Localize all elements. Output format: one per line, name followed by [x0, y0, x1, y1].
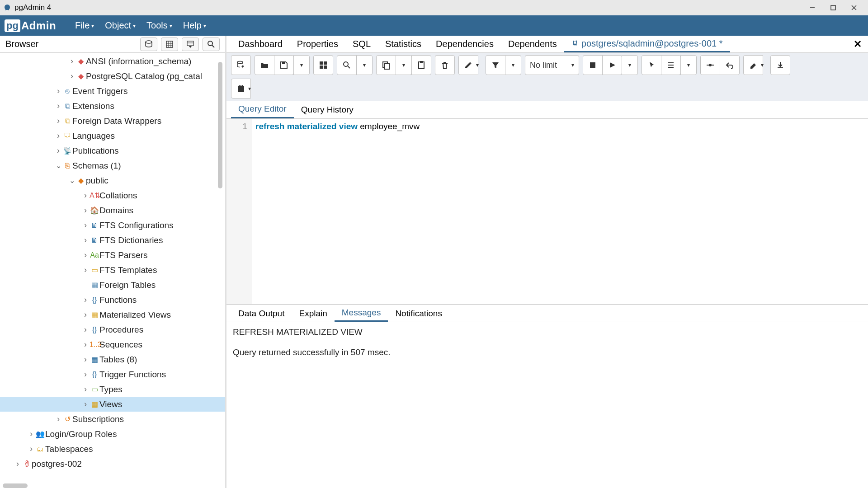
- tree-caret-closed[interactable]: [81, 191, 90, 200]
- tree-node[interactable]: {}Functions: [0, 292, 225, 307]
- search-objects-button[interactable]: [203, 38, 220, 51]
- tree-node[interactable]: 🏠Domains: [0, 203, 225, 218]
- tree-node[interactable]: ⎘Schemas (1): [0, 158, 225, 173]
- tree-node[interactable]: ◆PostgreSQL Catalog (pg_catal: [0, 69, 225, 84]
- tree-caret-closed[interactable]: [81, 385, 90, 394]
- tree-node[interactable]: AaFTS Parsers: [0, 248, 225, 263]
- tree-node[interactable]: ⧉Foreign Data Wrappers: [0, 113, 225, 128]
- edit-dropdown[interactable]: ▾: [473, 55, 482, 75]
- filter-dropdown[interactable]: ▾: [505, 55, 521, 75]
- tab-query-history[interactable]: Query History: [294, 101, 361, 118]
- tree-node[interactable]: {}Procedures: [0, 322, 225, 337]
- menu-tools[interactable]: Tools▾: [141, 15, 178, 36]
- menu-object[interactable]: Object▾: [99, 15, 141, 36]
- tree-caret-closed[interactable]: [81, 235, 90, 245]
- menu-help[interactable]: Help▾: [178, 15, 212, 36]
- tree-caret-closed[interactable]: [27, 444, 35, 454]
- edit-grid-button[interactable]: [313, 55, 333, 75]
- tab-dependencies[interactable]: Dependencies: [429, 36, 501, 52]
- tab-dashboard[interactable]: Dashboard: [231, 36, 290, 52]
- tree-caret-closed[interactable]: [81, 221, 90, 230]
- tab-sql[interactable]: SQL: [345, 36, 378, 52]
- filter-rows-button[interactable]: [182, 38, 199, 51]
- tree-caret-open[interactable]: [68, 176, 76, 185]
- tree-caret-closed[interactable]: [68, 56, 76, 66]
- copy-dropdown[interactable]: ▾: [396, 55, 412, 75]
- copy-button[interactable]: [376, 55, 396, 75]
- commit-button[interactable]: [700, 55, 720, 75]
- tree-caret-closed[interactable]: [81, 265, 90, 275]
- tree-node[interactable]: 👥Login/Group Roles: [0, 427, 225, 441]
- tree-caret-closed[interactable]: [81, 206, 90, 215]
- tree-caret-closed[interactable]: [81, 399, 90, 409]
- tab-data-output[interactable]: Data Output: [231, 305, 292, 322]
- tree-caret-closed[interactable]: [68, 71, 76, 81]
- tree-node[interactable]: ▦Tables (8): [0, 352, 225, 367]
- open-query-button[interactable]: [231, 55, 251, 75]
- tree-caret-closed[interactable]: [81, 370, 90, 379]
- rollback-button[interactable]: [720, 55, 740, 75]
- close-button[interactable]: [844, 0, 864, 15]
- find-dropdown[interactable]: ▾: [356, 55, 373, 75]
- delete-row-button[interactable]: [435, 55, 455, 75]
- editor-content[interactable]: refresh materialized view employee_mvw: [252, 119, 868, 304]
- tree-node[interactable]: ⧉Extensions: [0, 99, 225, 113]
- execute-dropdown[interactable]: ▾: [622, 55, 638, 75]
- open-file-button[interactable]: [255, 55, 274, 75]
- tree-node[interactable]: ▭FTS Templates: [0, 263, 225, 277]
- tree-node[interactable]: ◆ANSI (information_schema): [0, 54, 225, 69]
- stop-button[interactable]: [583, 55, 603, 75]
- tab-statistics[interactable]: Statistics: [378, 36, 429, 52]
- maximize-button[interactable]: [823, 0, 844, 15]
- view-data-button[interactable]: [161, 38, 178, 51]
- menu-file[interactable]: File▾: [70, 15, 99, 36]
- execute-button[interactable]: [602, 55, 622, 75]
- tree-caret-closed[interactable]: [27, 429, 35, 439]
- tree-caret-closed[interactable]: [81, 340, 90, 349]
- paste-button[interactable]: [411, 55, 431, 75]
- tree-node[interactable]: ⎋Event Triggers: [0, 84, 225, 99]
- tree-caret-closed[interactable]: [81, 310, 90, 319]
- tree-node[interactable]: 📡Publications: [0, 143, 225, 158]
- tree-node[interactable]: ↺Subscriptions: [0, 412, 225, 427]
- tab-close-button[interactable]: ✕: [847, 38, 868, 50]
- tree-node[interactable]: ▦Foreign Tables: [0, 277, 225, 292]
- tab-properties[interactable]: Properties: [290, 36, 345, 52]
- save-file-dropdown[interactable]: ▾: [293, 55, 310, 75]
- tree-caret-closed[interactable]: [81, 250, 90, 260]
- filter-button[interactable]: [486, 55, 505, 75]
- tree-node[interactable]: 🗨Languages: [0, 128, 225, 143]
- tree-node[interactable]: 🗎FTS Dictionaries: [0, 233, 225, 248]
- explain-button[interactable]: [642, 55, 661, 75]
- tree-caret-closed[interactable]: [54, 116, 62, 126]
- row-limit-select[interactable]: No limit▾: [525, 55, 579, 75]
- save-file-button[interactable]: [274, 55, 294, 75]
- tab-notifications[interactable]: Notifications: [388, 305, 449, 322]
- tree-scrollbar-thumb[interactable]: [218, 62, 222, 188]
- tree-caret-closed[interactable]: [54, 146, 62, 155]
- tree-node[interactable]: A⇅Collations: [0, 188, 225, 203]
- explain-dropdown[interactable]: ▾: [680, 55, 697, 75]
- tree-caret-closed[interactable]: [14, 459, 22, 469]
- tree-caret-closed[interactable]: [54, 131, 62, 141]
- explain-analyze-button[interactable]: [661, 55, 681, 75]
- tree-caret-closed[interactable]: [54, 86, 62, 96]
- tree-caret-open[interactable]: [54, 161, 62, 170]
- tree-node[interactable]: ◆public: [0, 173, 225, 188]
- tree-caret-closed[interactable]: [81, 295, 90, 305]
- tree-caret-closed[interactable]: [54, 101, 62, 111]
- download-button[interactable]: [770, 55, 790, 75]
- tree-caret-closed[interactable]: [81, 325, 90, 334]
- tab-messages[interactable]: Messages: [335, 305, 388, 322]
- tree-node[interactable]: {}Trigger Functions: [0, 367, 225, 382]
- tree-caret-closed[interactable]: [54, 414, 62, 424]
- scratch-pad-dropdown[interactable]: ▾: [245, 79, 255, 99]
- tree-node[interactable]: 🗂Tablespaces: [0, 441, 225, 456]
- tree-hscroll-thumb[interactable]: [3, 483, 28, 488]
- minimize-button[interactable]: [802, 0, 823, 15]
- tab-query-editor[interactable]: Query Editor: [231, 101, 294, 118]
- tab-explain[interactable]: Explain: [292, 305, 334, 322]
- find-button[interactable]: [337, 55, 357, 75]
- clear-dropdown[interactable]: ▾: [758, 55, 767, 75]
- query-tool-button[interactable]: [140, 38, 157, 51]
